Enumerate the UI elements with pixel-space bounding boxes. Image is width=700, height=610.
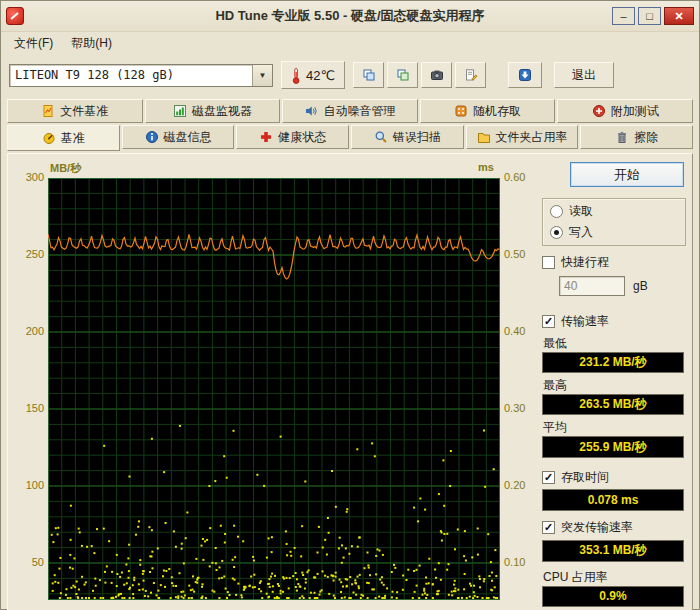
drive-selector[interactable]: LITEON T9 128 (128 gB) ▼ bbox=[9, 64, 273, 87]
maximize-button[interactable]: □ bbox=[638, 7, 661, 25]
right-axis-title: ms bbox=[478, 161, 494, 173]
checkbox-icon[interactable] bbox=[542, 256, 555, 269]
right-axis-tick: 0.30 bbox=[504, 402, 525, 414]
tab-extra-tests-label: 附加测试 bbox=[611, 103, 659, 120]
hdtune-window: HD Tune 专业版 5.50 - 硬盘/固态硬盘实用程序 – □ ✕ 文件(… bbox=[0, 0, 700, 610]
start-button[interactable]: 开始 bbox=[570, 162, 684, 187]
temperature-indicator[interactable]: 42℃ bbox=[281, 61, 345, 89]
max-speed-label: 最高 bbox=[543, 377, 686, 392]
checkbox-icon[interactable]: ✓ bbox=[542, 521, 555, 534]
export-text-button[interactable] bbox=[455, 62, 486, 88]
radio-icon[interactable] bbox=[550, 205, 563, 218]
left-axis-tick: 200 bbox=[26, 325, 44, 337]
copy-screenshot-icon bbox=[362, 68, 376, 82]
tab-folder-usage[interactable]: 文件夹占用率 bbox=[466, 125, 579, 149]
window-title: HD Tune 专业版 5.50 - 硬盘/固态硬盘实用程序 bbox=[1, 7, 699, 25]
mode-groupbox: 读取 写入 bbox=[542, 198, 686, 246]
right-axis-tick: 0.60 bbox=[504, 171, 525, 183]
benchmark-plot bbox=[48, 178, 500, 600]
transfer-rate-checkbox[interactable]: ✓ 传输速率 bbox=[542, 311, 686, 331]
exit-button[interactable]: 退出 bbox=[554, 62, 614, 88]
update-button[interactable] bbox=[508, 62, 542, 88]
random-access-icon bbox=[454, 104, 468, 118]
transfer-rate-label: 传输速率 bbox=[561, 313, 609, 330]
copy-info-button[interactable] bbox=[387, 62, 418, 88]
folder-usage-icon bbox=[477, 130, 491, 144]
left-axis-tick: 100 bbox=[26, 479, 44, 491]
write-mode-label: 写入 bbox=[569, 224, 593, 241]
temperature-value: 42℃ bbox=[306, 68, 335, 83]
left-axis-tick: 300 bbox=[26, 171, 44, 183]
tab-random-access[interactable]: 随机存取 bbox=[420, 99, 556, 123]
extra-tests-icon bbox=[592, 104, 606, 118]
access-time-checkbox[interactable]: ✓ 存取时间 bbox=[542, 467, 686, 487]
tab-aam-label: 自动噪音管理 bbox=[323, 103, 395, 120]
tab-file-benchmark[interactable]: 文件基准 bbox=[7, 99, 143, 123]
tab-error-scan[interactable]: 错误扫描 bbox=[351, 125, 464, 149]
read-mode-label: 读取 bbox=[569, 203, 593, 220]
tab-row-primary: 基准磁盘信息健康状态错误扫描文件夹占用率擦除 bbox=[1, 125, 699, 151]
tab-erase-label: 擦除 bbox=[634, 129, 658, 146]
right-axis-tick: 0.40 bbox=[504, 325, 525, 337]
tab-erase[interactable]: 擦除 bbox=[580, 125, 693, 149]
read-mode-radio[interactable]: 读取 bbox=[550, 201, 678, 222]
disk-info-icon bbox=[145, 130, 159, 144]
short-stroke-label: 快捷行程 bbox=[561, 254, 609, 271]
menu-help[interactable]: 帮助(H) bbox=[62, 32, 121, 55]
max-speed-display: 263.5 MB/秒 bbox=[542, 394, 684, 415]
min-speed-display: 231.2 MB/秒 bbox=[542, 352, 684, 373]
min-speed-label: 最低 bbox=[543, 335, 686, 350]
left-axis-tick: 250 bbox=[26, 248, 44, 260]
disk-monitor-icon bbox=[173, 104, 187, 118]
radio-icon[interactable] bbox=[550, 226, 563, 239]
tab-extra-tests[interactable]: 附加测试 bbox=[557, 99, 693, 123]
close-button[interactable]: ✕ bbox=[664, 7, 694, 25]
error-scan-icon bbox=[374, 130, 388, 144]
right-axis-tick: 0.50 bbox=[504, 248, 525, 260]
access-time-display: 0.078 ms bbox=[542, 489, 684, 510]
tab-aam[interactable]: 自动噪音管理 bbox=[282, 99, 418, 123]
burst-rate-checkbox[interactable]: ✓ 突发传输速率 bbox=[542, 518, 686, 538]
copy-screenshot-button[interactable] bbox=[353, 62, 384, 88]
benchmark-icon bbox=[42, 131, 56, 145]
app-icon bbox=[6, 7, 24, 25]
right-axis-tick: 0.20 bbox=[504, 479, 525, 491]
tab-benchmark-label: 基准 bbox=[61, 130, 85, 147]
burst-rate-display: 353.1 MB/秒 bbox=[542, 540, 684, 561]
left-axis: 30025020015010050 bbox=[12, 178, 48, 600]
update-button-slot bbox=[508, 62, 542, 88]
short-stroke-unit: gB bbox=[633, 279, 648, 293]
tab-disk-monitor[interactable]: 磁盘监视器 bbox=[145, 99, 281, 123]
checkbox-icon[interactable]: ✓ bbox=[542, 315, 555, 328]
camera-icon bbox=[430, 68, 444, 82]
short-stroke-size-input[interactable] bbox=[559, 276, 625, 296]
tab-row-secondary: 文件基准磁盘监视器自动噪音管理随机存取附加测试 bbox=[1, 99, 699, 123]
tab-benchmark[interactable]: 基准 bbox=[7, 125, 120, 151]
minimize-button[interactable]: – bbox=[612, 7, 635, 25]
left-axis-title: MB/秒 bbox=[50, 161, 81, 176]
tab-folder-usage-label: 文件夹占用率 bbox=[496, 129, 568, 146]
save-screenshot-button[interactable] bbox=[421, 62, 452, 88]
burst-rate-label: 突发传输速率 bbox=[561, 519, 633, 536]
benchmark-controls: 开始 读取 写入 快捷行程 gB ✓ 传 bbox=[538, 158, 688, 608]
aam-icon bbox=[304, 104, 318, 118]
write-mode-radio[interactable]: 写入 bbox=[550, 222, 678, 243]
checkbox-icon[interactable]: ✓ bbox=[542, 471, 555, 484]
file-benchmark-icon bbox=[41, 104, 55, 118]
thermometer-icon bbox=[291, 67, 301, 84]
right-axis: 0.600.500.400.300.200.10 bbox=[500, 178, 536, 600]
left-axis-tick: 150 bbox=[26, 402, 44, 414]
toolbar: LITEON T9 128 (128 gB) ▼ 42℃ 退出 bbox=[1, 55, 699, 97]
tab-health[interactable]: 健康状态 bbox=[236, 125, 349, 149]
right-axis-tick: 0.10 bbox=[504, 556, 525, 568]
tab-disk-info[interactable]: 磁盘信息 bbox=[122, 125, 235, 149]
avg-speed-display: 255.9 MB/秒 bbox=[542, 436, 684, 457]
titlebar[interactable]: HD Tune 专业版 5.50 - 硬盘/固态硬盘实用程序 – □ ✕ bbox=[1, 1, 699, 32]
menu-file[interactable]: 文件(F) bbox=[5, 32, 62, 55]
tab-file-benchmark-label: 文件基准 bbox=[60, 103, 108, 120]
save-text-icon bbox=[464, 68, 478, 82]
update-icon bbox=[518, 68, 532, 82]
chevron-down-icon[interactable]: ▼ bbox=[252, 65, 272, 86]
erase-icon bbox=[615, 130, 629, 144]
short-stroke-checkbox[interactable]: 快捷行程 bbox=[542, 252, 686, 272]
